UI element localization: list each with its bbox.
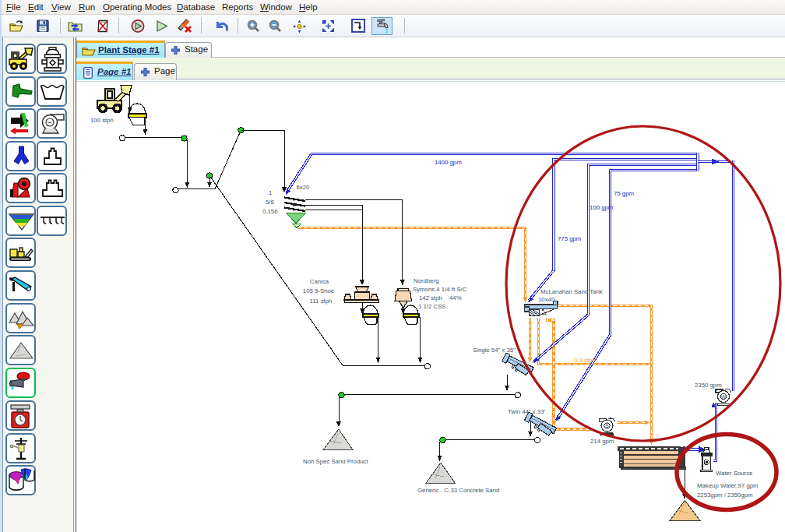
svg-text:111 stph: 111 stph bbox=[310, 298, 333, 305]
svg-text:A: A bbox=[543, 311, 547, 316]
svg-text:1400 gpm: 1400 gpm bbox=[435, 159, 462, 166]
svg-text:Water Source: Water Source bbox=[716, 470, 752, 477]
svg-text:10x40: 10x40 bbox=[538, 296, 555, 303]
svg-text:142 stph: 142 stph bbox=[419, 294, 442, 301]
svg-text:214 gpm: 214 gpm bbox=[590, 438, 614, 445]
svg-text:6x20: 6x20 bbox=[297, 184, 311, 191]
svg-text:S: S bbox=[605, 423, 609, 428]
svg-text:75 gpm: 75 gpm bbox=[614, 190, 634, 197]
svg-text:1: 1 bbox=[269, 189, 272, 196]
svg-text:0.3 stph: 0.3 stph bbox=[574, 357, 596, 364]
svg-text:Symons 4 1/4 ft S/C: Symons 4 1/4 ft S/C bbox=[413, 286, 467, 293]
svg-text:2253gpm / 2350gpm: 2253gpm / 2350gpm bbox=[697, 491, 753, 499]
svg-text:5/8: 5/8 bbox=[266, 199, 274, 206]
svg-text:1 1/2 CSS: 1 1/2 CSS bbox=[418, 303, 446, 310]
svg-text:2350 gpm: 2350 gpm bbox=[695, 382, 722, 389]
svg-text:100 gpm: 100 gpm bbox=[590, 204, 613, 211]
svg-text:Nordberg: Nordberg bbox=[414, 277, 439, 284]
svg-text:775 gpm: 775 gpm bbox=[558, 235, 581, 242]
svg-text:W: W bbox=[721, 394, 727, 400]
svg-text:Canica: Canica bbox=[310, 278, 329, 285]
svg-text:100 stph: 100 stph bbox=[90, 117, 114, 124]
svg-text:105 5-Shoe: 105 5-Shoe bbox=[303, 287, 334, 294]
svg-text:0.156: 0.156 bbox=[262, 208, 278, 215]
svg-text:Non Spec Sand Product: Non Spec Sand Product bbox=[303, 458, 368, 465]
svg-text:Makeup Water:97 gpm: Makeup Water:97 gpm bbox=[697, 482, 759, 489]
svg-text:McLanahan Sand Tank: McLanahan Sand Tank bbox=[540, 288, 603, 295]
svg-text:Twin 44" x 33': Twin 44" x 33' bbox=[508, 408, 546, 415]
svg-text:Single 54" x 35": Single 54" x 35" bbox=[473, 347, 516, 354]
svg-text:Generic - C-33 Concrete Sand: Generic - C-33 Concrete Sand bbox=[417, 487, 499, 494]
svg-text:44%: 44% bbox=[449, 294, 462, 301]
